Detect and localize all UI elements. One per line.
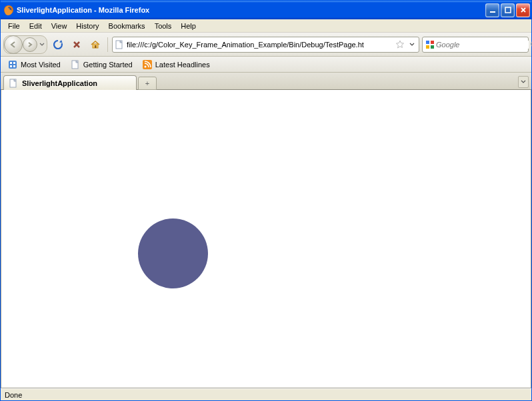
separator [107,37,108,52]
window-buttons [485,3,530,17]
back-button[interactable] [4,35,23,54]
google-icon [425,40,435,49]
menu-edit[interactable]: Edit [25,21,47,31]
page-icon [70,59,81,70]
menu-bookmarks[interactable]: Bookmarks [104,21,150,31]
bookmark-latest-headlines[interactable]: Latest Headlines [138,58,214,71]
tab-favicon [8,78,19,89]
titlebar: SliverlightApplication - Mozilla Firefox [1,1,531,19]
bookmark-most-visited[interactable]: Most Visited [3,58,65,71]
home-button[interactable] [87,37,103,53]
url-bar[interactable]: file:///c:/g/Color_Key_Frame_Animation_E… [112,37,419,53]
svg-rect-15 [10,65,12,67]
menu-file[interactable]: File [3,21,25,31]
forward-button[interactable] [23,37,37,52]
menu-history[interactable]: History [71,21,103,31]
svg-point-19 [144,65,146,67]
nav-toolbar: file:///c:/g/Color_Key_Frame_Animation_E… [1,33,531,57]
menu-view[interactable]: View [47,21,72,31]
menu-tools[interactable]: Tools [150,21,177,31]
bookmark-getting-started[interactable]: Getting Started [66,58,137,71]
svg-rect-5 [95,45,97,48]
menubar: File Edit View History Bookmarks Tools H… [1,19,531,33]
reload-button[interactable] [50,37,66,53]
most-visited-icon [7,59,18,70]
bookmark-label: Most Visited [21,61,61,69]
back-forward-group [3,35,47,54]
new-tab-button[interactable]: + [138,77,157,90]
maximize-button[interactable] [501,3,515,17]
rss-icon [142,59,153,70]
bookmarks-toolbar: Most Visited Getting Started Latest Head… [1,57,531,73]
minimize-button[interactable] [485,3,499,17]
bookmark-star-icon[interactable] [395,40,405,49]
history-dropdown[interactable] [37,42,47,47]
silverlight-circle [138,218,208,288]
status-bar: Done [1,388,531,400]
page-favicon [114,39,125,50]
bookmark-label: Getting Started [83,61,133,69]
list-all-tabs-button[interactable] [518,76,529,88]
tab-active[interactable]: SliverlightApplication [3,75,137,90]
search-bar[interactable] [422,37,529,53]
tab-strip: SliverlightApplication + [1,73,531,90]
tab-title: SliverlightApplication [22,79,132,87]
plus-icon: + [145,79,149,87]
window-title: SliverlightApplication - Mozilla Firefox [17,6,485,14]
browser-window: SliverlightApplication - Mozilla Firefox… [0,0,532,401]
svg-rect-9 [426,45,429,49]
svg-rect-13 [10,62,12,64]
search-input[interactable] [436,41,529,49]
svg-rect-16 [13,65,15,67]
menu-help[interactable]: Help [176,21,201,31]
url-dropdown[interactable] [407,42,417,47]
svg-rect-8 [431,41,434,44]
stop-button[interactable] [69,37,85,53]
svg-rect-10 [431,45,434,49]
svg-rect-7 [426,41,429,44]
svg-rect-2 [490,11,495,13]
bookmark-label: Latest Headlines [155,61,210,69]
close-button[interactable] [516,3,530,17]
svg-rect-3 [505,7,511,13]
svg-rect-12 [9,61,17,69]
status-text: Done [5,391,22,399]
firefox-icon [3,5,14,15]
page-content [1,90,531,388]
svg-rect-14 [13,62,15,64]
url-text: file:///c:/g/Color_Key_Frame_Animation_E… [127,41,393,49]
